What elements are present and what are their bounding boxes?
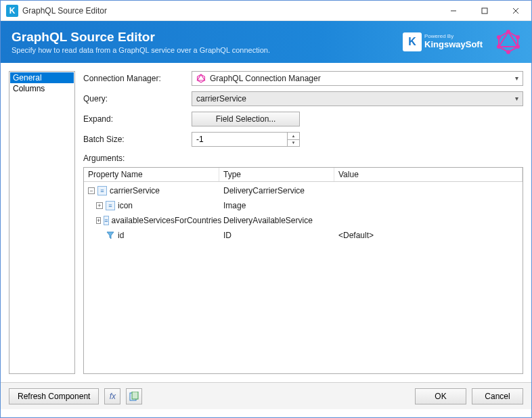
expand-icon[interactable]: +	[96, 217, 101, 224]
header-value[interactable]: Value	[334, 168, 523, 181]
tree-name: id	[118, 231, 124, 240]
sidebar: General Columns	[9, 71, 75, 374]
header-property-name[interactable]: Property Name	[84, 168, 219, 181]
maximize-button[interactable]	[469, 1, 500, 21]
brand-logo-icon: K	[403, 32, 422, 51]
tree-row[interactable]: + ≡ availableServicesForCountries Delive…	[84, 213, 523, 228]
titlebar: K GraphQL Source Editor	[1, 1, 531, 21]
header-text: GraphQL Source Editor Specify how to rea…	[12, 30, 403, 54]
svg-point-6	[506, 30, 510, 34]
query-value: carrierService	[196, 94, 246, 103]
tree-row[interactable]: id ID <Default>	[84, 228, 523, 243]
minimize-icon	[450, 7, 457, 14]
svg-point-9	[506, 50, 510, 54]
tree-row[interactable]: + ≡ icon Image	[84, 198, 523, 213]
struct-icon: ≡	[97, 186, 107, 195]
expand-icon[interactable]: +	[96, 202, 103, 209]
query-dropdown[interactable]: carrierService ▾	[192, 91, 523, 106]
svg-point-11	[497, 35, 501, 39]
chevron-down-icon: ▾	[515, 95, 518, 102]
tree-body: − ≡ carrierService DeliveryCarrierServic…	[84, 182, 523, 244]
footer: Refresh Component fx OK Cancel	[1, 382, 531, 409]
doc-icon	[129, 392, 139, 401]
svg-rect-1	[482, 8, 487, 14]
brand-kingsway: K Powered By KingswaySoft	[403, 32, 483, 51]
header-brand: K Powered By KingswaySoft	[403, 30, 520, 54]
close-icon	[512, 7, 519, 14]
main-panel: Connection Manager: GraphQL Connection M…	[83, 71, 523, 374]
ok-button[interactable]: OK	[415, 388, 466, 404]
tree-row[interactable]: − ≡ carrierService DeliveryCarrierServic…	[84, 183, 523, 198]
spinner-up-button[interactable]: ▲	[288, 133, 299, 140]
graphql-icon	[496, 30, 520, 54]
window-controls	[438, 1, 531, 21]
arguments-tree: Property Name Type Value − ≡ carrierServ…	[83, 167, 523, 374]
tree-type: DeliveryCarrierService	[219, 186, 334, 195]
documentation-button[interactable]	[126, 388, 142, 404]
sidebar-item-general[interactable]: General	[10, 72, 74, 83]
page-subtitle: Specify how to read data from a GraphQL …	[12, 46, 403, 54]
brand-name: KingswaySoft	[424, 40, 483, 49]
struct-icon: ≡	[104, 216, 108, 225]
connection-value: GraphQL Connection Manager	[210, 74, 321, 83]
funnel-icon	[106, 231, 115, 240]
spinner-down-button[interactable]: ▼	[288, 140, 299, 147]
expression-button[interactable]: fx	[104, 388, 120, 404]
fx-icon: fx	[110, 392, 116, 401]
svg-point-8	[516, 45, 520, 49]
svg-point-7	[516, 35, 520, 39]
chevron-down-icon: ▾	[515, 74, 518, 82]
sidebar-item-columns[interactable]: Columns	[10, 83, 74, 94]
header: GraphQL Source Editor Specify how to rea…	[1, 21, 531, 63]
tree-name: icon	[118, 201, 133, 210]
collapse-icon[interactable]: −	[88, 187, 95, 194]
query-label: Query:	[83, 94, 192, 103]
tree-type: Image	[219, 201, 334, 210]
batch-size-spinner[interactable]: ▲ ▼	[192, 132, 300, 147]
svg-rect-15	[132, 392, 138, 399]
tree-type: DeliveryAvailableService	[219, 216, 334, 225]
maximize-icon	[481, 7, 488, 14]
connection-dropdown[interactable]: GraphQL Connection Manager ▾	[192, 71, 523, 86]
header-type[interactable]: Type	[219, 168, 334, 181]
tree-name: availableServicesForCountries	[112, 216, 222, 225]
tree-value: <Default>	[334, 231, 523, 240]
page-title: GraphQL Source Editor	[12, 30, 403, 45]
svg-marker-5	[499, 32, 518, 47]
titlebar-text: GraphQL Source Editor	[22, 6, 438, 16]
refresh-component-button[interactable]: Refresh Component	[9, 388, 99, 404]
tree-type: ID	[219, 231, 334, 240]
close-button[interactable]	[500, 1, 531, 21]
content-area: General Columns Connection Manager: Grap…	[1, 63, 531, 382]
svg-marker-13	[198, 74, 205, 80]
field-selection-button[interactable]: Field Selection...	[192, 112, 300, 126]
struct-icon: ≡	[106, 201, 115, 210]
tree-header: Property Name Type Value	[84, 168, 523, 182]
graphql-connection-icon	[196, 74, 206, 83]
svg-point-10	[497, 45, 501, 49]
batch-size-input[interactable]	[192, 133, 299, 146]
connection-label: Connection Manager:	[83, 74, 192, 83]
cancel-button[interactable]: Cancel	[472, 388, 523, 404]
arguments-label: Arguments:	[83, 154, 523, 163]
batch-size-label: Batch Size:	[83, 135, 192, 144]
tree-name: carrierService	[110, 186, 160, 195]
app-icon: K	[6, 5, 18, 17]
minimize-button[interactable]	[438, 1, 469, 21]
expand-label: Expand:	[83, 114, 192, 124]
